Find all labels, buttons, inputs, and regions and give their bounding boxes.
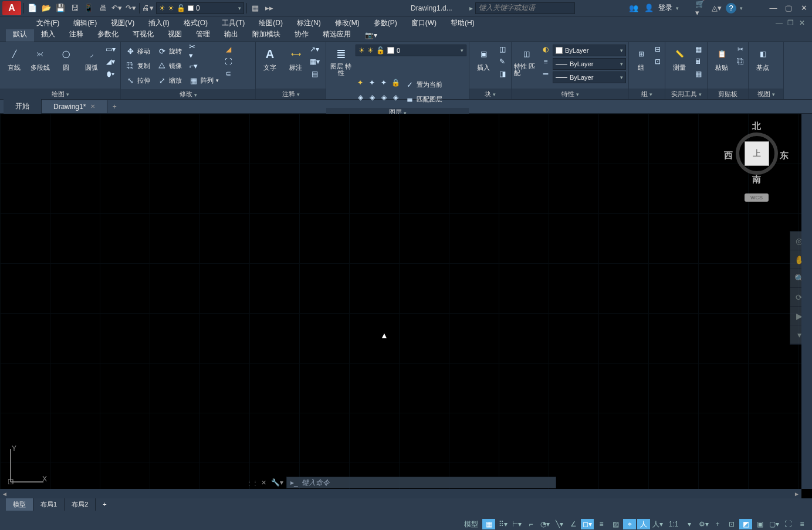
- group-button[interactable]: ⊞组: [631, 45, 651, 72]
- layoff-icon[interactable]: ✦: [367, 78, 377, 87]
- color-wheel-icon[interactable]: ◐: [541, 45, 550, 54]
- redo-icon[interactable]: ↷▾: [125, 2, 137, 14]
- menu-modify[interactable]: 修改(M): [328, 16, 367, 30]
- workspace-icon[interactable]: ▦: [249, 2, 261, 14]
- dynamic-input-icon[interactable]: 人▾: [651, 519, 664, 529]
- expand-icon[interactable]: ▸▸: [263, 2, 275, 14]
- cut-icon[interactable]: ✂: [736, 45, 745, 54]
- color-dropdown[interactable]: ByLayer▾: [553, 45, 626, 56]
- array-button[interactable]: ▦阵列▾: [187, 74, 221, 87]
- table2-icon[interactable]: ▤: [310, 69, 319, 79]
- cmdline-grip-icon[interactable]: ⋮⋮: [246, 480, 258, 486]
- layon-icon[interactable]: ✦: [379, 78, 388, 87]
- drawing-canvas[interactable]: 北 南 西 东 上 WCS ◎ ✋ 🔍 ⟳ ▶ ▾ Y X ▲ ⋮⋮ ✕ 🔧▾ …: [0, 114, 812, 498]
- erase-icon[interactable]: ◢: [224, 45, 233, 54]
- stretch-button[interactable]: ⤡拉伸: [123, 74, 153, 87]
- osnap-icon[interactable]: ◻▾: [581, 519, 594, 529]
- cart-icon[interactable]: 🛒▾: [695, 2, 707, 14]
- login-button[interactable]: 登录: [658, 3, 672, 13]
- layout1-tab[interactable]: 布局1: [33, 498, 65, 511]
- lay1-icon[interactable]: ◈: [356, 93, 365, 102]
- ellipse-icon[interactable]: ⬮▾: [106, 69, 115, 79]
- vertical-scrollbar[interactable]: [801, 114, 812, 489]
- menu-insert[interactable]: 插入(I): [141, 16, 176, 30]
- menu-dimension[interactable]: 标注(N): [290, 16, 328, 30]
- title-arrow-icon[interactable]: ▸: [469, 4, 473, 12]
- lay4-icon[interactable]: ◈: [391, 93, 400, 102]
- hardware-icon[interactable]: ⛶: [781, 519, 794, 529]
- user-icon[interactable]: 👤: [643, 2, 655, 14]
- annoscale-icon[interactable]: ▾: [683, 519, 696, 529]
- add-tab-icon[interactable]: +: [107, 103, 121, 111]
- annoscale-label[interactable]: 1:1: [665, 519, 682, 529]
- horizontal-scrollbar[interactable]: ◄ ►: [0, 489, 801, 498]
- print-icon[interactable]: 🖨▾: [142, 2, 154, 14]
- units-icon[interactable]: ⊡: [725, 519, 738, 529]
- menu-tools[interactable]: 工具(T): [215, 16, 252, 30]
- app-logo-icon[interactable]: A: [2, 1, 21, 15]
- attr-icon[interactable]: ◨: [498, 69, 507, 79]
- iso-icon[interactable]: ╲▾: [553, 519, 566, 529]
- doc-restore-icon[interactable]: ❐: [787, 19, 797, 27]
- hatch-icon[interactable]: ◢▾: [106, 57, 115, 66]
- viewcube[interactable]: 北 南 西 东 上 WCS: [724, 121, 789, 197]
- explode-icon[interactable]: ⛶: [224, 57, 233, 66]
- dimension-button[interactable]: ⟷标注: [284, 45, 307, 72]
- wcs-label[interactable]: WCS: [745, 193, 769, 202]
- copy-button[interactable]: ⿻复制: [123, 59, 153, 72]
- circle-button[interactable]: ◯圆: [54, 45, 77, 72]
- viewcube-north[interactable]: 北: [752, 121, 761, 132]
- annomonitor-icon[interactable]: +: [711, 519, 724, 529]
- quickprops-icon[interactable]: ◩: [739, 519, 752, 529]
- lineweight-icon[interactable]: ≡: [595, 519, 608, 529]
- layer-properties-button[interactable]: ≣图层 特性: [329, 45, 353, 76]
- isolate-icon[interactable]: ▢▾: [767, 519, 780, 529]
- selection-cycling-icon[interactable]: ⌖: [623, 519, 636, 529]
- lay3-icon[interactable]: ◈: [379, 93, 388, 102]
- tab-expand-icon[interactable]: 📷▾: [358, 29, 384, 42]
- polar-icon[interactable]: ◔▾: [539, 519, 552, 529]
- lineweight-icon[interactable]: ═: [541, 69, 550, 79]
- insert-block-button[interactable]: ▣插入: [472, 45, 495, 72]
- command-input[interactable]: ▸_ 键入命令: [286, 477, 556, 488]
- arc-button[interactable]: ◞圆弧: [80, 45, 103, 72]
- add-layout-icon[interactable]: +: [96, 499, 113, 509]
- lay2-icon[interactable]: ◈: [367, 93, 377, 102]
- quickcalc-icon[interactable]: 🖩: [693, 57, 703, 66]
- match-properties-button[interactable]: ◫特性 匹配: [514, 45, 539, 76]
- offset-icon[interactable]: ⊆: [224, 69, 233, 79]
- line-button[interactable]: ╱直线: [2, 45, 26, 72]
- select-icon[interactable]: ▦: [693, 45, 703, 54]
- save-icon[interactable]: 💾: [55, 2, 66, 14]
- fillet-button[interactable]: ⌐▾: [187, 59, 221, 72]
- menu-edit[interactable]: 编辑(E): [66, 16, 104, 30]
- menu-view[interactable]: 视图(V): [104, 16, 141, 30]
- scale-button[interactable]: ⤢缩放: [155, 74, 184, 87]
- cmdline-config-icon[interactable]: 🔧▾: [269, 478, 285, 487]
- tab-start[interactable]: 开始: [4, 99, 42, 114]
- doc-minimize-icon[interactable]: —: [776, 19, 785, 27]
- rect-icon[interactable]: ▭▾: [106, 45, 115, 54]
- lineweight-dropdown[interactable]: ByLayer▾: [553, 58, 626, 70]
- layiso-icon[interactable]: ✦: [356, 78, 365, 87]
- move-button[interactable]: ✥移动: [123, 45, 153, 57]
- polyline-button[interactable]: ⩙多段线: [28, 45, 52, 72]
- 3dosnap-icon[interactable]: 人: [637, 519, 650, 529]
- base-button[interactable]: ◧基点: [751, 45, 774, 72]
- model-tab[interactable]: 模型: [6, 498, 33, 511]
- menu-help[interactable]: 帮助(H): [444, 16, 482, 30]
- help-icon[interactable]: ?: [726, 3, 736, 13]
- linetype-icon[interactable]: ≡: [541, 57, 550, 66]
- undo-icon[interactable]: ↶▾: [111, 2, 123, 14]
- cmdline-close-icon[interactable]: ✕: [259, 479, 268, 487]
- snap-icon[interactable]: ⠿▾: [496, 519, 509, 529]
- exchange-icon[interactable]: ◬▾: [710, 2, 722, 14]
- menu-draw[interactable]: 绘图(D): [252, 16, 290, 30]
- transparency-icon[interactable]: ▨: [609, 519, 622, 529]
- infocenter-icon[interactable]: 👥: [628, 2, 640, 14]
- close-tab-icon[interactable]: ✕: [90, 103, 95, 110]
- grid-toggle-icon[interactable]: ▦: [482, 519, 495, 529]
- web-icon[interactable]: 📱: [83, 2, 94, 14]
- new-icon[interactable]: 📄: [26, 2, 38, 14]
- point-icon[interactable]: ▦: [693, 69, 703, 79]
